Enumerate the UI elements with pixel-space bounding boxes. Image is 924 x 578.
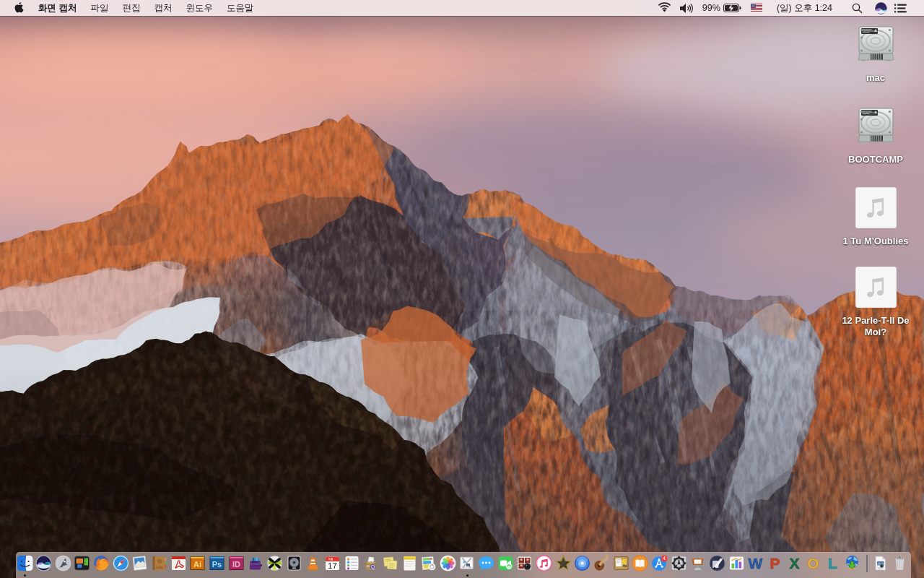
svg-text:Ai: Ai xyxy=(193,560,201,569)
svg-text:17: 17 xyxy=(328,561,337,570)
svg-text:L: L xyxy=(828,555,837,571)
svg-text:P: P xyxy=(770,555,780,571)
svg-text:6월: 6월 xyxy=(328,557,333,561)
svg-text:X: X xyxy=(789,555,799,571)
svg-text:ID: ID xyxy=(232,560,240,569)
svg-text:Ps: Ps xyxy=(212,560,222,569)
svg-text:4: 4 xyxy=(663,556,666,561)
svg-text:W: W xyxy=(749,555,763,571)
svg-text:Q: Q xyxy=(371,564,375,570)
svg-text:O: O xyxy=(807,555,819,571)
